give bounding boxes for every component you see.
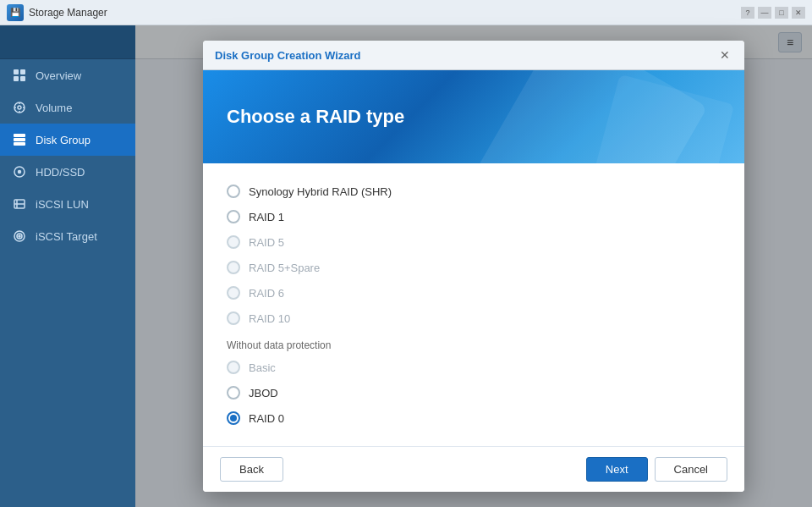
title-bar: 💾 Storage Manager ? — □ ✕ <box>0 0 812 25</box>
sidebar-item-volume[interactable]: Volume <box>0 91 135 124</box>
sidebar-item-disk-group-label: Disk Group <box>36 134 91 146</box>
dialog-footer: Back Next Cancel <box>203 446 744 492</box>
dialog-header: Choose a RAID type <box>203 70 744 163</box>
sidebar: Overview Volume <box>0 25 135 507</box>
iscsi-lun-icon <box>12 196 27 212</box>
title-bar-left: 💾 Storage Manager <box>7 4 107 21</box>
sidebar-item-iscsi-target-label: iSCSI Target <box>36 230 97 243</box>
radio-jbod[interactable]: JBOD <box>227 380 721 405</box>
dialog-close-button[interactable]: ✕ <box>717 47 732 63</box>
radio-raid5-label: RAID 5 <box>249 236 284 249</box>
radio-raid10-label: RAID 10 <box>249 312 290 325</box>
minimize-button[interactable]: — <box>758 7 771 19</box>
sidebar-logo <box>0 25 135 59</box>
volume-icon <box>12 100 27 115</box>
radio-basic[interactable]: Basic <box>227 355 721 380</box>
radio-raid5[interactable]: RAID 5 <box>227 229 721 255</box>
maximize-button[interactable]: □ <box>775 7 788 19</box>
sidebar-item-iscsi-lun-label: iSCSI LUN <box>36 198 89 211</box>
svg-rect-2 <box>14 76 19 81</box>
main-content: ≡ Disk Group Creation Wizard ✕ Choose a … <box>135 25 812 507</box>
sidebar-item-disk-group[interactable]: Disk Group <box>0 124 135 156</box>
radio-raid1-input[interactable] <box>227 210 240 223</box>
radio-raid0-input[interactable] <box>227 411 240 425</box>
radio-raid5spare[interactable]: RAID 5+Spare <box>227 255 721 280</box>
app-body: Overview Volume <box>0 25 812 507</box>
next-button[interactable]: Next <box>586 457 648 482</box>
svg-rect-10 <box>14 134 25 137</box>
disk-group-icon <box>12 132 27 147</box>
svg-rect-0 <box>14 69 19 74</box>
sidebar-item-overview-label: Overview <box>36 69 81 82</box>
svg-point-20 <box>19 235 20 237</box>
svg-rect-11 <box>14 138 25 141</box>
cancel-button[interactable]: Cancel <box>655 457 727 482</box>
close-button[interactable]: ✕ <box>792 7 805 19</box>
radio-basic-input[interactable] <box>227 361 240 374</box>
footer-right-buttons: Next Cancel <box>586 457 727 482</box>
radio-raid6-label: RAID 6 <box>249 287 284 300</box>
hdd-ssd-icon <box>12 164 27 179</box>
sidebar-item-volume-label: Volume <box>36 102 72 114</box>
sidebar-item-iscsi-target[interactable]: iSCSI Target <box>0 220 135 252</box>
radio-raid10-input[interactable] <box>227 311 240 325</box>
radio-raid1[interactable]: RAID 1 <box>227 204 721 229</box>
radio-raid0[interactable]: RAID 0 <box>227 405 721 431</box>
sidebar-item-iscsi-lun[interactable]: iSCSI LUN <box>0 188 135 220</box>
section-label-no-protection: Without data protection <box>227 331 721 355</box>
radio-jbod-label: JBOD <box>249 387 278 400</box>
radio-jbod-input[interactable] <box>227 386 240 400</box>
sidebar-item-hdd-ssd[interactable]: HDD/SSD <box>0 156 135 188</box>
help-button[interactable]: ? <box>741 7 754 19</box>
dialog-header-title: Choose a RAID type <box>227 106 404 128</box>
radio-raid0-label: RAID 0 <box>249 412 284 425</box>
modal-overlay: Disk Group Creation Wizard ✕ Choose a RA… <box>135 25 812 507</box>
dialog: Disk Group Creation Wizard ✕ Choose a RA… <box>203 41 744 492</box>
overview-icon <box>12 68 27 83</box>
radio-shr[interactable]: Synology Hybrid RAID (SHR) <box>227 179 721 204</box>
svg-rect-1 <box>20 69 25 74</box>
sidebar-item-hdd-ssd-label: HDD/SSD <box>36 166 85 179</box>
radio-raid6[interactable]: RAID 6 <box>227 280 721 306</box>
radio-raid6-input[interactable] <box>227 286 240 300</box>
radio-shr-input[interactable] <box>227 185 240 198</box>
svg-point-5 <box>18 106 21 109</box>
dialog-titlebar: Disk Group Creation Wizard ✕ <box>203 41 744 70</box>
app-title: Storage Manager <box>29 7 107 19</box>
radio-raid10[interactable]: RAID 10 <box>227 306 721 331</box>
sidebar-item-overview[interactable]: Overview <box>0 59 135 91</box>
radio-raid1-label: RAID 1 <box>249 211 284 223</box>
window-controls[interactable]: ? — □ ✕ <box>741 7 805 19</box>
radio-raid5spare-label: RAID 5+Spare <box>249 262 320 274</box>
svg-point-14 <box>19 171 21 174</box>
dialog-body: Synology Hybrid RAID (SHR) RAID 1 RAID 5… <box>203 163 744 446</box>
back-button[interactable]: Back <box>220 457 283 482</box>
svg-rect-3 <box>20 76 25 81</box>
radio-basic-label: Basic <box>249 361 276 374</box>
radio-raid5-input[interactable] <box>227 235 240 249</box>
radio-raid5spare-input[interactable] <box>227 261 240 274</box>
radio-shr-label: Synology Hybrid RAID (SHR) <box>249 185 392 198</box>
svg-rect-12 <box>14 142 25 146</box>
app-icon: 💾 <box>7 4 24 21</box>
iscsi-target-icon <box>12 229 27 244</box>
dialog-title: Disk Group Creation Wizard <box>215 49 361 62</box>
